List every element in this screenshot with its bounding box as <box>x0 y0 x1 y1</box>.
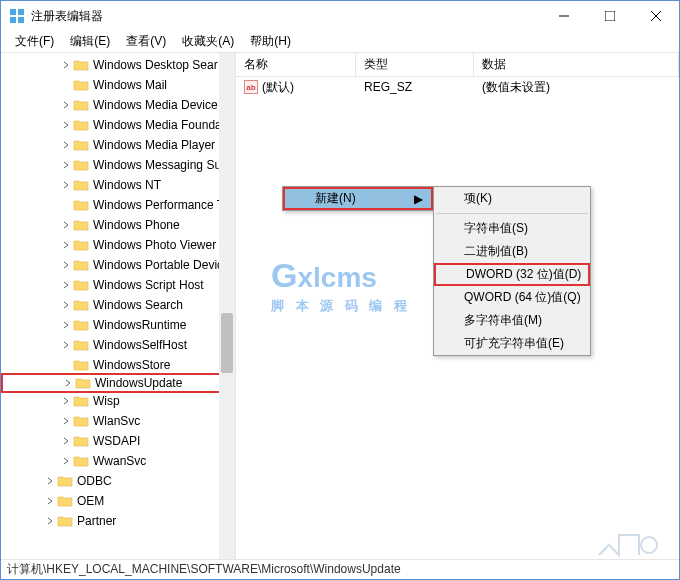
menu-view[interactable]: 查看(V) <box>118 33 174 50</box>
tree-item[interactable]: WindowsUpdate <box>1 373 235 393</box>
tree-item[interactable]: Windows Media Founda <box>1 115 235 135</box>
list-header: 名称 类型 数据 <box>236 53 679 77</box>
tree-item[interactable]: Windows Mail <box>1 75 235 95</box>
string-value-icon: ab <box>244 80 258 94</box>
svg-rect-0 <box>10 9 16 15</box>
tree-item-label: Windows Media Player <box>93 138 215 152</box>
tree-item[interactable]: Windows Phone <box>1 215 235 235</box>
registry-tree: Windows Desktop SearWindows MailWindows … <box>1 53 235 531</box>
folder-icon <box>73 58 89 72</box>
tree-item[interactable]: WSDAPI <box>1 431 235 451</box>
expander-icon[interactable] <box>59 78 73 92</box>
expander-icon[interactable] <box>43 514 57 528</box>
folder-icon <box>73 218 89 232</box>
tree-item[interactable]: Windows Search <box>1 295 235 315</box>
col-type[interactable]: 类型 <box>356 53 474 76</box>
folder-icon <box>73 198 89 212</box>
expander-icon[interactable] <box>59 394 73 408</box>
expander-icon[interactable] <box>59 454 73 468</box>
maximize-button[interactable] <box>587 1 633 31</box>
col-data[interactable]: 数据 <box>474 53 679 76</box>
tree-item[interactable]: WwanSvc <box>1 451 235 471</box>
context-menu-main: 新建(N) ▶ <box>282 186 434 211</box>
tree-item-label: OEM <box>77 494 104 508</box>
menu-file[interactable]: 文件(F) <box>7 33 62 50</box>
minimize-button[interactable] <box>541 1 587 31</box>
list-row[interactable]: ab (默认) REG_SZ (数值未设置) <box>236 77 679 97</box>
tree-item[interactable]: WindowsSelfHost <box>1 335 235 355</box>
expander-icon[interactable] <box>59 98 73 112</box>
submenu-arrow-icon: ▶ <box>414 192 423 206</box>
tree-item[interactable]: Windows Performance T <box>1 195 235 215</box>
tree-item-label: Windows Script Host <box>93 278 204 292</box>
col-name[interactable]: 名称 <box>236 53 356 76</box>
close-button[interactable] <box>633 1 679 31</box>
tree-item[interactable]: Partner <box>1 511 235 531</box>
expander-icon[interactable] <box>59 258 73 272</box>
menuitem-binary[interactable]: 二进制值(B) <box>434 240 590 263</box>
tree-item-label: WSDAPI <box>93 434 140 448</box>
tree-scrollbar[interactable] <box>219 53 235 559</box>
menu-edit[interactable]: 编辑(E) <box>62 33 118 50</box>
tree-panel: Windows Desktop SearWindows MailWindows … <box>1 53 236 559</box>
tree-item[interactable]: Windows Messaging Su <box>1 155 235 175</box>
expander-icon[interactable] <box>59 58 73 72</box>
cell-data: (数值未设置) <box>474 79 679 96</box>
tree-item-label: Windows Mail <box>93 78 167 92</box>
folder-icon <box>73 258 89 272</box>
expander-icon[interactable] <box>59 358 73 372</box>
folder-icon <box>73 318 89 332</box>
tree-item[interactable]: ODBC <box>1 471 235 491</box>
tree-item[interactable]: Windows Photo Viewer <box>1 235 235 255</box>
status-path: 计算机\HKEY_LOCAL_MACHINE\SOFTWARE\Microsof… <box>7 561 401 578</box>
expander-icon[interactable] <box>59 238 73 252</box>
menuitem-string[interactable]: 字符串值(S) <box>434 217 590 240</box>
tree-item-label: Windows Search <box>93 298 183 312</box>
expander-icon[interactable] <box>59 298 73 312</box>
expander-icon[interactable] <box>59 198 73 212</box>
expander-icon[interactable] <box>61 376 75 390</box>
expander-icon[interactable] <box>43 474 57 488</box>
expander-icon[interactable] <box>59 178 73 192</box>
expander-icon[interactable] <box>59 138 73 152</box>
menu-help[interactable]: 帮助(H) <box>242 33 299 50</box>
svg-rect-5 <box>605 11 615 21</box>
menuitem-new[interactable]: 新建(N) ▶ <box>283 187 433 210</box>
expander-icon[interactable] <box>59 318 73 332</box>
expander-icon[interactable] <box>59 158 73 172</box>
expander-icon[interactable] <box>59 118 73 132</box>
tree-item-label: Windows Photo Viewer <box>93 238 216 252</box>
expander-icon[interactable] <box>59 414 73 428</box>
folder-icon <box>73 298 89 312</box>
tree-item[interactable]: Windows Media Device <box>1 95 235 115</box>
value-name: (默认) <box>262 79 294 96</box>
folder-icon <box>73 178 89 192</box>
svg-rect-2 <box>10 17 16 23</box>
menuitem-expand[interactable]: 可扩充字符串值(E) <box>434 332 590 355</box>
tree-item[interactable]: Windows NT <box>1 175 235 195</box>
tree-item[interactable]: Windows Desktop Sear <box>1 55 235 75</box>
tree-item[interactable]: WindowsStore <box>1 355 235 375</box>
tree-item[interactable]: Windows Portable Devic <box>1 255 235 275</box>
expander-icon[interactable] <box>43 494 57 508</box>
expander-icon[interactable] <box>59 434 73 448</box>
menuitem-qword[interactable]: QWORD (64 位)值(Q) <box>434 286 590 309</box>
tree-item[interactable]: WlanSvc <box>1 411 235 431</box>
expander-icon[interactable] <box>59 218 73 232</box>
folder-icon <box>73 358 89 372</box>
expander-icon[interactable] <box>59 338 73 352</box>
expander-icon[interactable] <box>59 278 73 292</box>
menuitem-dword[interactable]: DWORD (32 位)值(D) <box>434 263 590 286</box>
tree-item[interactable]: WindowsRuntime <box>1 315 235 335</box>
tree-item-label: Windows Media Device <box>93 98 218 112</box>
menu-favorites[interactable]: 收藏夹(A) <box>174 33 242 50</box>
tree-item-label: Windows Phone <box>93 218 180 232</box>
tree-item[interactable]: OEM <box>1 491 235 511</box>
folder-icon <box>57 494 73 508</box>
tree-item[interactable]: Wisp <box>1 391 235 411</box>
menuitem-multi[interactable]: 多字符串值(M) <box>434 309 590 332</box>
tree-item[interactable]: Windows Script Host <box>1 275 235 295</box>
svg-rect-3 <box>18 17 24 23</box>
menuitem-key[interactable]: 项(K) <box>434 187 590 210</box>
tree-item[interactable]: Windows Media Player <box>1 135 235 155</box>
